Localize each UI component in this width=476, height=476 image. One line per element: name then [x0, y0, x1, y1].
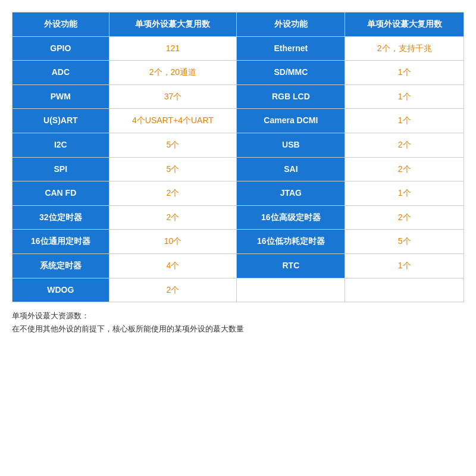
right-name-10 [237, 278, 345, 302]
left-name-3: U(S)ART [12, 109, 109, 133]
right-name-7: 16位高级定时器 [237, 205, 345, 230]
header-max-mux-2: 单项外设蕞大复用数 [345, 12, 464, 37]
right-value-5: 2个 [345, 157, 464, 181]
left-value-0: 121 [109, 36, 237, 61]
right-name-9: RTC [237, 253, 345, 278]
right-name-4: USB [237, 133, 345, 157]
left-name-9: 系统定时器 [12, 253, 109, 278]
right-value-10 [345, 278, 464, 302]
left-value-7: 2个 [109, 205, 237, 230]
left-name-0: GPIO [12, 36, 109, 61]
left-value-4: 5个 [109, 133, 237, 157]
header-peripheral-2: 外设功能 [237, 12, 345, 37]
header-max-mux-1: 单项外设蕞大复用数 [109, 12, 237, 37]
left-name-7: 32位定时器 [12, 205, 109, 230]
left-name-10: WDOG [12, 278, 109, 302]
right-value-4: 2个 [345, 133, 464, 157]
right-value-1: 1个 [345, 61, 464, 85]
left-value-10: 2个 [109, 278, 237, 302]
left-name-2: PWM [12, 84, 109, 109]
left-name-8: 16位通用定时器 [12, 230, 109, 254]
right-value-2: 1个 [345, 84, 464, 109]
right-value-0: 2个，支持千兆 [345, 36, 464, 61]
right-value-7: 2个 [345, 205, 464, 230]
peripheral-table: 外设功能 单项外设蕞大复用数 外设功能 单项外设蕞大复用数 GPIO121Eth… [12, 12, 464, 302]
left-value-8: 10个 [109, 230, 237, 254]
left-name-1: ADC [12, 61, 109, 85]
right-name-1: SD/MMC [237, 61, 345, 85]
left-name-6: CAN FD [12, 181, 109, 206]
right-name-8: 16位低功耗定时器 [237, 230, 345, 254]
right-value-6: 1个 [345, 181, 464, 206]
left-value-1: 2个，20通道 [109, 61, 237, 85]
left-value-9: 4个 [109, 253, 237, 278]
left-value-2: 37个 [109, 84, 237, 109]
footnote-line2: 在不使用其他外设的前提下，核心板所能使用的某项外设的蕞大数量 [12, 322, 464, 336]
left-value-5: 5个 [109, 157, 237, 181]
right-name-5: SAI [237, 157, 345, 181]
footnote-line1: 单项外设蕞大资源数： [12, 309, 464, 322]
right-name-6: JTAG [237, 181, 345, 206]
footnote: 单项外设蕞大资源数： 在不使用其他外设的前提下，核心板所能使用的某项外设的蕞大数… [12, 309, 464, 336]
right-value-3: 1个 [345, 109, 464, 133]
right-name-3: Camera DCMI [237, 109, 345, 133]
left-value-3: 4个USART+4个UART [109, 109, 237, 133]
right-value-9: 1个 [345, 253, 464, 278]
left-name-5: SPI [12, 157, 109, 181]
right-value-8: 5个 [345, 230, 464, 254]
left-value-6: 2个 [109, 181, 237, 206]
right-name-2: RGB LCD [237, 84, 345, 109]
right-name-0: Ethernet [237, 36, 345, 61]
header-peripheral-1: 外设功能 [12, 12, 109, 37]
left-name-4: I2C [12, 133, 109, 157]
